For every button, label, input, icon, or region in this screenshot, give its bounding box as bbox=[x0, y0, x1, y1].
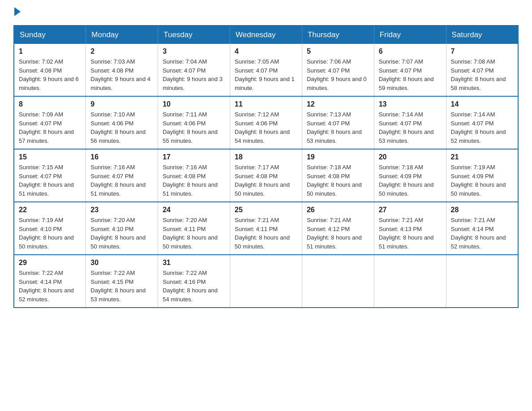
day-number: 20 bbox=[379, 153, 442, 161]
day-info: Sunrise: 7:03 AMSunset: 4:08 PMDaylight:… bbox=[90, 58, 150, 91]
calendar-cell: 21 Sunrise: 7:19 AMSunset: 4:09 PMDaylig… bbox=[446, 149, 518, 202]
calendar-cell: 3 Sunrise: 7:04 AMSunset: 4:07 PMDayligh… bbox=[158, 44, 230, 96]
calendar-cell bbox=[374, 255, 446, 308]
day-info: Sunrise: 7:21 AMSunset: 4:12 PMDaylight:… bbox=[307, 217, 362, 250]
calendar-cell: 7 Sunrise: 7:08 AMSunset: 4:07 PMDayligh… bbox=[446, 44, 518, 96]
calendar-cell: 27 Sunrise: 7:21 AMSunset: 4:13 PMDaylig… bbox=[374, 202, 446, 255]
day-info: Sunrise: 7:12 AMSunset: 4:06 PMDaylight:… bbox=[235, 111, 290, 144]
day-number: 24 bbox=[163, 206, 225, 214]
day-info: Sunrise: 7:08 AMSunset: 4:07 PMDaylight:… bbox=[451, 58, 506, 91]
day-info: Sunrise: 7:22 AMSunset: 4:15 PMDaylight:… bbox=[90, 270, 146, 303]
calendar-cell: 1 Sunrise: 7:02 AMSunset: 4:08 PMDayligh… bbox=[14, 44, 86, 96]
day-number: 8 bbox=[19, 100, 81, 108]
day-number: 22 bbox=[19, 206, 81, 214]
page-header bbox=[13, 9, 519, 16]
calendar-table: SundayMondayTuesdayWednesdayThursdayFrid… bbox=[13, 25, 519, 308]
day-info: Sunrise: 7:19 AMSunset: 4:09 PMDaylight:… bbox=[451, 164, 506, 197]
calendar-cell bbox=[230, 255, 302, 308]
calendar-week-row: 8 Sunrise: 7:09 AMSunset: 4:07 PMDayligh… bbox=[14, 96, 518, 149]
calendar-week-row: 1 Sunrise: 7:02 AMSunset: 4:08 PMDayligh… bbox=[14, 44, 518, 96]
day-number: 21 bbox=[451, 153, 513, 161]
calendar-cell: 18 Sunrise: 7:17 AMSunset: 4:08 PMDaylig… bbox=[230, 149, 302, 202]
day-info: Sunrise: 7:17 AMSunset: 4:08 PMDaylight:… bbox=[235, 164, 290, 197]
calendar-cell: 24 Sunrise: 7:20 AMSunset: 4:11 PMDaylig… bbox=[158, 202, 230, 255]
calendar-cell: 20 Sunrise: 7:18 AMSunset: 4:09 PMDaylig… bbox=[374, 149, 446, 202]
weekday-header-saturday: Saturday bbox=[446, 26, 518, 44]
weekday-header-row: SundayMondayTuesdayWednesdayThursdayFrid… bbox=[14, 26, 518, 44]
calendar-cell: 8 Sunrise: 7:09 AMSunset: 4:07 PMDayligh… bbox=[14, 96, 86, 149]
calendar-cell: 26 Sunrise: 7:21 AMSunset: 4:12 PMDaylig… bbox=[302, 202, 374, 255]
day-info: Sunrise: 7:16 AMSunset: 4:07 PMDaylight:… bbox=[90, 164, 146, 197]
weekday-header-sunday: Sunday bbox=[14, 26, 86, 44]
weekday-header-tuesday: Tuesday bbox=[158, 26, 230, 44]
day-number: 13 bbox=[379, 100, 442, 108]
calendar-cell: 12 Sunrise: 7:13 AMSunset: 4:07 PMDaylig… bbox=[302, 96, 374, 149]
calendar-cell bbox=[302, 255, 374, 308]
day-number: 11 bbox=[235, 100, 297, 108]
day-info: Sunrise: 7:18 AMSunset: 4:08 PMDaylight:… bbox=[307, 164, 362, 197]
weekday-header-wednesday: Wednesday bbox=[230, 26, 302, 44]
day-number: 27 bbox=[379, 206, 442, 214]
logo-triangle-icon bbox=[14, 7, 21, 16]
day-number: 6 bbox=[379, 47, 442, 56]
day-number: 3 bbox=[163, 47, 225, 56]
calendar-cell: 29 Sunrise: 7:22 AMSunset: 4:14 PMDaylig… bbox=[14, 255, 86, 308]
day-info: Sunrise: 7:21 AMSunset: 4:13 PMDaylight:… bbox=[379, 217, 434, 250]
calendar-week-row: 29 Sunrise: 7:22 AMSunset: 4:14 PMDaylig… bbox=[14, 255, 518, 308]
day-info: Sunrise: 7:14 AMSunset: 4:07 PMDaylight:… bbox=[379, 111, 434, 144]
day-number: 15 bbox=[19, 153, 81, 161]
calendar-cell: 5 Sunrise: 7:06 AMSunset: 4:07 PMDayligh… bbox=[302, 44, 374, 96]
day-number: 31 bbox=[163, 259, 225, 267]
weekday-header-friday: Friday bbox=[374, 26, 446, 44]
day-info: Sunrise: 7:05 AMSunset: 4:07 PMDaylight:… bbox=[235, 58, 295, 91]
day-number: 14 bbox=[451, 100, 513, 108]
calendar-cell: 13 Sunrise: 7:14 AMSunset: 4:07 PMDaylig… bbox=[374, 96, 446, 149]
calendar-cell: 17 Sunrise: 7:16 AMSunset: 4:08 PMDaylig… bbox=[158, 149, 230, 202]
calendar-cell bbox=[446, 255, 518, 308]
calendar-cell: 28 Sunrise: 7:21 AMSunset: 4:14 PMDaylig… bbox=[446, 202, 518, 255]
day-number: 17 bbox=[163, 153, 225, 161]
day-info: Sunrise: 7:10 AMSunset: 4:06 PMDaylight:… bbox=[90, 111, 146, 144]
day-number: 5 bbox=[307, 47, 369, 56]
day-number: 1 bbox=[19, 47, 81, 56]
day-number: 2 bbox=[90, 47, 153, 56]
day-info: Sunrise: 7:21 AMSunset: 4:11 PMDaylight:… bbox=[235, 217, 290, 250]
day-number: 18 bbox=[235, 153, 297, 161]
day-info: Sunrise: 7:22 AMSunset: 4:14 PMDaylight:… bbox=[19, 270, 74, 303]
day-info: Sunrise: 7:09 AMSunset: 4:07 PMDaylight:… bbox=[19, 111, 74, 144]
calendar-week-row: 15 Sunrise: 7:15 AMSunset: 4:07 PMDaylig… bbox=[14, 149, 518, 202]
day-info: Sunrise: 7:19 AMSunset: 4:10 PMDaylight:… bbox=[19, 217, 74, 250]
day-number: 12 bbox=[307, 100, 369, 108]
day-info: Sunrise: 7:11 AMSunset: 4:06 PMDaylight:… bbox=[163, 111, 218, 144]
day-info: Sunrise: 7:20 AMSunset: 4:10 PMDaylight:… bbox=[90, 217, 146, 250]
day-info: Sunrise: 7:14 AMSunset: 4:07 PMDaylight:… bbox=[451, 111, 506, 144]
calendar-cell: 30 Sunrise: 7:22 AMSunset: 4:15 PMDaylig… bbox=[86, 255, 158, 308]
day-info: Sunrise: 7:13 AMSunset: 4:07 PMDaylight:… bbox=[307, 111, 362, 144]
weekday-header-thursday: Thursday bbox=[302, 26, 374, 44]
calendar-cell: 11 Sunrise: 7:12 AMSunset: 4:06 PMDaylig… bbox=[230, 96, 302, 149]
calendar-cell: 14 Sunrise: 7:14 AMSunset: 4:07 PMDaylig… bbox=[446, 96, 518, 149]
calendar-cell: 31 Sunrise: 7:22 AMSunset: 4:16 PMDaylig… bbox=[158, 255, 230, 308]
day-number: 9 bbox=[90, 100, 153, 108]
calendar-cell: 23 Sunrise: 7:20 AMSunset: 4:10 PMDaylig… bbox=[86, 202, 158, 255]
day-number: 23 bbox=[90, 206, 153, 214]
calendar-cell: 25 Sunrise: 7:21 AMSunset: 4:11 PMDaylig… bbox=[230, 202, 302, 255]
day-number: 26 bbox=[307, 206, 369, 214]
day-info: Sunrise: 7:02 AMSunset: 4:08 PMDaylight:… bbox=[19, 58, 79, 91]
day-info: Sunrise: 7:21 AMSunset: 4:14 PMDaylight:… bbox=[451, 217, 506, 250]
calendar-cell: 2 Sunrise: 7:03 AMSunset: 4:08 PMDayligh… bbox=[86, 44, 158, 96]
calendar-cell: 16 Sunrise: 7:16 AMSunset: 4:07 PMDaylig… bbox=[86, 149, 158, 202]
day-number: 16 bbox=[90, 153, 153, 161]
day-number: 7 bbox=[451, 47, 513, 56]
day-number: 30 bbox=[90, 259, 153, 267]
day-info: Sunrise: 7:16 AMSunset: 4:08 PMDaylight:… bbox=[163, 164, 218, 197]
day-info: Sunrise: 7:06 AMSunset: 4:07 PMDaylight:… bbox=[307, 58, 367, 91]
calendar-cell: 19 Sunrise: 7:18 AMSunset: 4:08 PMDaylig… bbox=[302, 149, 374, 202]
calendar-cell: 10 Sunrise: 7:11 AMSunset: 4:06 PMDaylig… bbox=[158, 96, 230, 149]
day-number: 29 bbox=[19, 259, 81, 267]
weekday-header-monday: Monday bbox=[86, 26, 158, 44]
calendar-cell: 22 Sunrise: 7:19 AMSunset: 4:10 PMDaylig… bbox=[14, 202, 86, 255]
day-info: Sunrise: 7:04 AMSunset: 4:07 PMDaylight:… bbox=[163, 58, 223, 91]
logo bbox=[13, 9, 22, 16]
calendar-week-row: 22 Sunrise: 7:19 AMSunset: 4:10 PMDaylig… bbox=[14, 202, 518, 255]
